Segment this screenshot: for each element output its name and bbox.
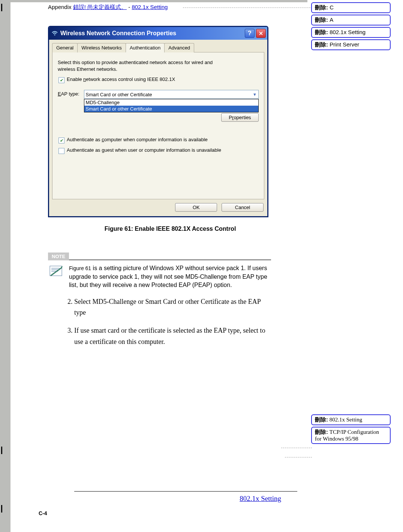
- figure-caption: Figure 61: Enable IEEE 802.1X Access Con…: [48, 226, 292, 232]
- revision-callouts-top: 刪除: C 刪除: A 刪除: 802.1x Setting 刪除: Print…: [311, 2, 391, 52]
- footer-rule: [74, 491, 297, 492]
- ok-button[interactable]: OK: [175, 203, 217, 212]
- header-link[interactable]: 802.1x Setting: [132, 4, 168, 10]
- tab-row: General Wireless Networks Authentication…: [52, 43, 264, 52]
- eap-option-smartcard[interactable]: Smart Card or other Certificate: [84, 106, 258, 112]
- cancel-button[interactable]: Cancel: [222, 203, 264, 212]
- checkbox-checked-icon: ✔: [58, 77, 64, 83]
- checkbox-auth-computer[interactable]: ✔ Authenticate as computer when computer…: [58, 137, 258, 143]
- footer-link[interactable]: 802.1x Setting: [240, 495, 281, 503]
- header-leader-line: [183, 7, 333, 8]
- checkbox-enable-8021x[interactable]: ✔ Enable network access control using IE…: [58, 76, 258, 83]
- note-icon: [48, 264, 64, 278]
- header-sep: -: [127, 4, 132, 10]
- header-error: 錯誤! 尚未定義樣式。: [73, 4, 127, 10]
- callout-leader: [285, 457, 312, 457]
- note-box: NOTE Figure 61 is a setting picture of W…: [48, 253, 271, 289]
- checkbox-auth-guest-label: Authenticate as guest when user or compu…: [67, 147, 236, 153]
- close-button[interactable]: [256, 29, 266, 38]
- change-bar: [1, 4, 2, 11]
- tab-body: Select this option to provide authentica…: [52, 52, 264, 199]
- header-prefix: Appendix: [48, 4, 73, 10]
- chevron-down-icon: ▼: [253, 92, 257, 97]
- change-bar: [1, 505, 2, 513]
- dialog-button-row: OK Cancel: [49, 199, 267, 216]
- checkbox-enable-label: Enable network access control using IEEE…: [67, 76, 175, 82]
- dialog-titlebar[interactable]: Wireless Network Connection Properties ?: [49, 27, 267, 40]
- svg-point-0: [54, 34, 55, 36]
- step-2: Select MD5-Challenge or Smart Card or ot…: [74, 296, 265, 318]
- eap-type-label: EAP type:: [58, 90, 79, 97]
- callout: 刪除: Print Server: [311, 39, 391, 50]
- callout: 刪除: 802.1x Setting: [311, 414, 391, 425]
- eap-selected: Smart Card or other Certificate: [86, 92, 152, 97]
- eap-type-combo[interactable]: Smart Card or other Certificate ▼: [84, 90, 259, 99]
- checkbox-checked-icon: ✔: [58, 137, 64, 143]
- checkbox-unchecked-icon: [58, 148, 64, 154]
- tab-advanced[interactable]: Advanced: [164, 43, 194, 52]
- step-3: If use smart card or the certificate is …: [74, 325, 265, 347]
- callout: 刪除: TCP/IP Configuration for Windows 95/…: [311, 427, 391, 444]
- callout: 刪除: C: [311, 2, 391, 13]
- note-badge: NOTE: [48, 253, 69, 260]
- change-bar: [1, 447, 2, 454]
- step-list: Select MD5-Challenge or Smart Card or ot…: [74, 296, 265, 348]
- help-button[interactable]: ?: [245, 29, 255, 38]
- note-text: Figure 61 is a setting picture of Window…: [69, 264, 271, 289]
- dialog-window: Wireless Network Connection Properties ?…: [48, 26, 268, 217]
- eap-dropdown: MD5-Challenge Smart Card or other Certif…: [84, 99, 259, 112]
- tab-wireless-networks[interactable]: Wireless Networks: [77, 43, 126, 52]
- dialog-description: Select this option to provide authentica…: [58, 59, 231, 73]
- properties-button[interactable]: Properties: [221, 113, 259, 122]
- page-number: C-4: [39, 510, 47, 516]
- callout: 刪除: 802.1x Setting: [311, 27, 391, 38]
- tab-general[interactable]: General: [52, 43, 78, 52]
- tab-authentication[interactable]: Authentication: [126, 43, 165, 52]
- callout-leader: [281, 448, 312, 448]
- dialog-title: Wireless Network Connection Properties: [58, 30, 245, 37]
- checkbox-auth-computer-label: Authenticate as computer when computer i…: [67, 137, 208, 142]
- note-divider: [48, 259, 271, 260]
- checkbox-auth-guest[interactable]: Authenticate as guest when user or compu…: [58, 147, 258, 154]
- page-header: Appendix 錯誤! 尚未定義樣式。 - 802.1x Setting: [48, 2, 292, 11]
- wireless-icon: [51, 30, 58, 37]
- callout: 刪除: A: [311, 15, 391, 25]
- eap-option-md5[interactable]: MD5-Challenge: [84, 99, 258, 106]
- revision-callouts-bottom: 刪除: 802.1x Setting 刪除: TCP/IP Configurat…: [311, 414, 391, 445]
